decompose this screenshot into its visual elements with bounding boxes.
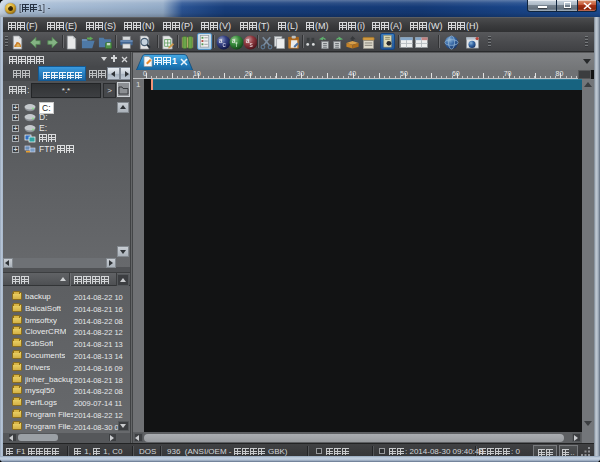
svg-text:f: f xyxy=(236,41,238,48)
